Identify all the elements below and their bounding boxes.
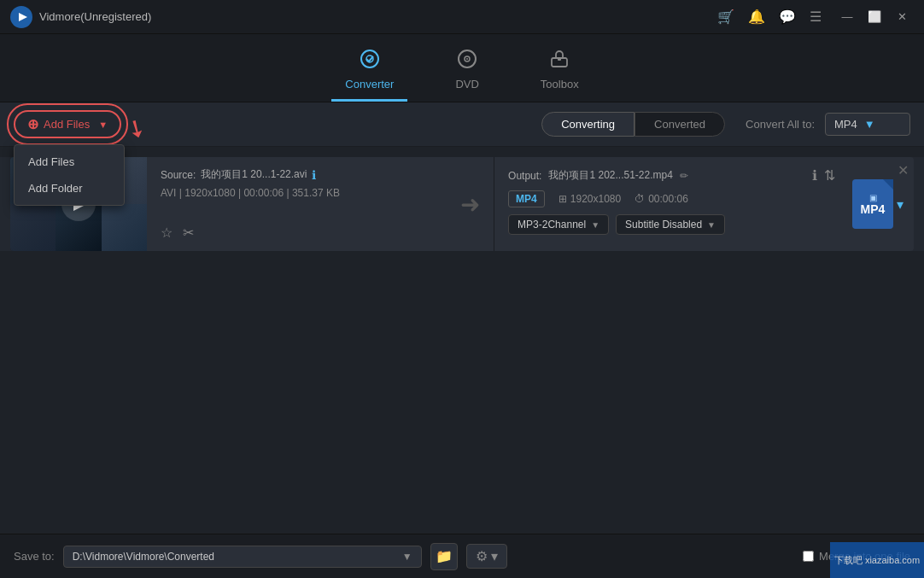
watermark: 下载吧 xiazaiba.com [830, 542, 924, 578]
clock-icon: ⏱ [635, 193, 645, 205]
mp4-expand-icon[interactable]: ▾ [897, 196, 904, 213]
folder-icon: 📁 [436, 548, 453, 564]
audio-channel-value: MP3-2Channel [518, 219, 586, 231]
converter-icon [360, 49, 380, 74]
info-icon[interactable]: ℹ [312, 168, 316, 182]
source-label: Source: [161, 169, 196, 181]
subtitle-dropdown[interactable]: Subtitle Disabled ▼ [616, 214, 725, 235]
settings-dropdown-arrow: ▾ [491, 548, 498, 564]
window-controls: — ⬜ ✕ [835, 5, 914, 29]
app-title: Vidmore(Unregistered) [39, 10, 717, 23]
file-type-icon: ▣ [869, 193, 877, 202]
save-path-input[interactable]: D:\Vidmore\Vidmore\Converted ▼ [63, 546, 422, 568]
convert-all-select[interactable]: MP4 ▼ [825, 113, 910, 136]
nav-tabs: Converter DVD Toolbox [0, 34, 924, 102]
tab-dvd-label: DVD [455, 78, 478, 90]
convert-all-value: MP4 [834, 118, 857, 131]
subtitle-arrow-icon: ▼ [707, 220, 716, 230]
output-resolution: ⊞ 1920x1080 [558, 193, 621, 205]
subtitle-value: Subtitle Disabled [625, 219, 702, 231]
cut-icon[interactable]: ✂ [183, 225, 194, 241]
bell-icon[interactable]: 🔔 [748, 9, 765, 25]
svg-point-2 [361, 50, 378, 67]
output-format-badge: MP4 [508, 190, 545, 207]
plus-icon: ⊕ [27, 116, 38, 132]
add-files-label: Add Files [44, 118, 90, 131]
edit-icon[interactable]: ✏ [680, 170, 688, 182]
file-actions: ☆ ✂ [161, 225, 433, 241]
svg-point-6 [466, 58, 468, 60]
converted-tab[interactable]: Converted [635, 112, 725, 137]
output-info-icon[interactable]: ℹ [812, 167, 817, 184]
file-row: Source: 我的项目1 20...1-22.avi ℹ AVI | 1920… [10, 157, 914, 251]
toolbar-icons: 🛒 🔔 💬 ☰ [717, 9, 822, 25]
chat-icon[interactable]: 💬 [779, 9, 796, 25]
resolution-icon: ⊞ [558, 193, 567, 205]
red-arrow-indicator: ➘ [120, 111, 151, 145]
add-files-dropdown: Add Files Add Folder [14, 144, 125, 206]
settings-button[interactable]: ⚙ ▾ [466, 544, 507, 569]
converting-tab[interactable]: Converting [541, 112, 635, 137]
tab-switcher: Converting Converted [541, 112, 725, 137]
mp4-format-icon[interactable]: ▣ MP4 [852, 179, 893, 229]
bottom-bar: Save to: D:\Vidmore\Vidmore\Converted ▼ … [0, 534, 924, 578]
close-button[interactable]: ✕ [890, 5, 914, 29]
output-settings-icon[interactable]: ⇅ [824, 167, 835, 184]
add-files-wrapper: ⊕ Add Files ▼ Add Files Add Folder [14, 110, 121, 138]
star-icon[interactable]: ☆ [161, 225, 173, 241]
gear-icon: ⚙ [476, 548, 488, 564]
row-close-button[interactable]: ✕ [898, 162, 909, 178]
dropdown-add-folder[interactable]: Add Folder [15, 175, 124, 201]
cart-icon[interactable]: 🛒 [717, 9, 734, 25]
app-logo [10, 6, 32, 28]
file-info: Source: 我的项目1 20...1-22.avi ℹ AVI | 1920… [147, 157, 447, 251]
output-row: Output: 我的项目1 202...51-22.mp4 ✏ ℹ ⇅ [508, 167, 835, 184]
file-metadata: AVI | 1920x1080 | 00:00:06 | 351.37 KB [161, 187, 433, 199]
main-content: Source: 我的项目1 20...1-22.avi ℹ AVI | 1920… [0, 157, 924, 251]
svg-rect-8 [558, 57, 561, 61]
tab-toolbox[interactable]: Toolbox [527, 42, 593, 102]
audio-channel-dropdown[interactable]: MP3-2Channel ▼ [508, 214, 609, 235]
thumb-cell-6 [102, 204, 147, 251]
menu-icon[interactable]: ☰ [810, 9, 822, 25]
select-arrow-icon: ▼ [864, 118, 875, 131]
output-label: Output: [508, 170, 541, 182]
maximize-button[interactable]: ⬜ [863, 5, 886, 29]
save-to-label: Save to: [14, 550, 55, 563]
thumb-cell-4 [10, 204, 56, 251]
output-selects: MP3-2Channel ▼ Subtitle Disabled ▼ [508, 214, 835, 235]
tab-toolbox-label: Toolbox [541, 78, 579, 90]
tab-converter-label: Converter [345, 78, 394, 90]
output-filename: 我的项目1 202...51-22.mp4 [548, 168, 672, 183]
save-path-text: D:\Vidmore\Vidmore\Converted [73, 551, 402, 563]
dropdown-add-files[interactable]: Add Files [15, 149, 124, 175]
minimize-button[interactable]: — [835, 5, 859, 29]
merge-checkbox-input[interactable] [803, 551, 814, 562]
source-row: Source: 我的项目1 20...1-22.avi ℹ [161, 167, 433, 182]
path-dropdown-arrow: ▼ [402, 551, 412, 563]
toolbox-icon [549, 49, 570, 74]
convert-arrow: ➜ [447, 157, 494, 251]
dvd-icon [457, 49, 477, 74]
toolbar: ⊕ Add Files ▼ Add Files Add Folder ➘ Con… [0, 102, 924, 147]
mp4-label: MP4 [861, 202, 886, 216]
browse-folder-button[interactable]: 📁 [430, 543, 458, 570]
file-output: Output: 我的项目1 202...51-22.mp4 ✏ ℹ ⇅ MP4 … [494, 157, 849, 251]
convert-all-label: Convert All to: [746, 118, 815, 131]
audio-arrow-icon: ▼ [591, 220, 599, 230]
dropdown-arrow-icon: ▼ [98, 120, 108, 130]
output-meta: MP4 ⊞ 1920x1080 ⏱ 00:00:06 [508, 190, 835, 207]
tab-dvd[interactable]: DVD [442, 42, 492, 102]
titlebar: Vidmore(Unregistered) 🛒 🔔 💬 ☰ — ⬜ ✕ [0, 0, 924, 34]
source-filename: 我的项目1 20...1-22.avi [201, 167, 307, 182]
tab-converter[interactable]: Converter [331, 42, 407, 102]
output-duration: ⏱ 00:00:06 [635, 193, 688, 205]
add-files-button[interactable]: ⊕ Add Files ▼ [14, 110, 121, 138]
